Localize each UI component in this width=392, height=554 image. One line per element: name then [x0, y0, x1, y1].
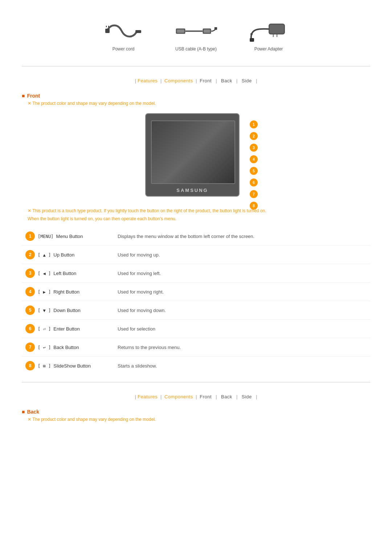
- svg-rect-5: [177, 29, 184, 33]
- btn-icon-7: [ ↩ ]: [38, 345, 51, 350]
- front-note: The product color and shape may vary dep…: [28, 101, 370, 106]
- samsung-logo: SAMSUNG: [176, 188, 208, 193]
- back-section: ■ Back The product color and shape may v…: [22, 409, 370, 422]
- btn-label-1: [MENU] Menu Button: [38, 234, 110, 239]
- nav-bar-top: | Features | Components | Front | Back |…: [22, 74, 370, 88]
- btn-desc-8: Starts a slideshow.: [110, 363, 367, 369]
- accessory-usb-cable: USB cable (A-B type): [174, 18, 218, 52]
- accessory-power-adapter: Power Adapter: [247, 18, 290, 52]
- nav-bot-components-link[interactable]: Components: [164, 394, 193, 399]
- btn-desc-3: Used for moving left.: [110, 271, 367, 276]
- back-section-heading: ■ Back: [22, 409, 370, 415]
- btn-label-8: [ ⊞ ] SlideShow Button: [38, 363, 110, 369]
- indicator-5: 5: [250, 167, 258, 175]
- svg-rect-10: [270, 25, 284, 33]
- nav-sep-4: |: [213, 78, 220, 83]
- accessory-power-cord: Power cord: [102, 18, 145, 52]
- btn-number-8: 8: [25, 361, 35, 370]
- nav-sep-5: |: [234, 78, 240, 83]
- nav-bot-sep-5: |: [234, 394, 240, 399]
- nav-sep-6: |: [253, 78, 257, 83]
- power-adapter-label: Power Adapter: [254, 46, 283, 52]
- button-row-8: 8 [ ⊞ ] SlideShow Button Starts a slides…: [22, 357, 370, 375]
- button-row-1: 1 [MENU] Menu Button Displays the menu w…: [22, 227, 370, 246]
- nav-front-plain: Front: [200, 78, 212, 83]
- btn-icon-1: [MENU]: [38, 234, 53, 239]
- samsung-screen: [151, 120, 235, 184]
- power-adapter-image: [247, 18, 290, 44]
- usb-cable-label: USB cable (A-B type): [175, 46, 217, 52]
- nav-sep-1: |: [135, 78, 136, 83]
- front-section-heading: ■ Front: [22, 93, 370, 99]
- svg-rect-0: [105, 29, 110, 33]
- btn-label-3: [ ◀ ] Left Button: [38, 271, 110, 276]
- accessories-section: Power cord USB cable (A-B type): [22, 7, 370, 59]
- samsung-frame: SAMSUNG: [145, 113, 240, 197]
- front-heading-icon: ■: [22, 93, 25, 99]
- btn-label-7: [ ↩ ] Back Button: [38, 345, 110, 350]
- nav-bot-sep-3: |: [195, 394, 199, 399]
- svg-rect-7: [204, 29, 210, 33]
- nav-bot-side-plain: Side: [242, 394, 252, 399]
- btn-desc-6: Used for selection: [110, 326, 367, 332]
- product-image: SAMSUNG 1 2 3 4 5 6 7 8: [138, 110, 254, 204]
- power-cord-label: Power cord: [113, 46, 135, 52]
- btn-icon-4: [ ▶ ]: [38, 290, 51, 295]
- nav-bar-bottom: | Features | Components | Front | Back |…: [22, 390, 370, 404]
- nav-sep-3: |: [195, 78, 199, 83]
- btn-number-1: 1: [25, 231, 35, 241]
- nav-components-link[interactable]: Components: [164, 78, 193, 83]
- btn-icon-5: [ ▼ ]: [38, 308, 51, 313]
- button-row-7: 7 [ ↩ ] Back Button Returns to the previ…: [22, 338, 370, 357]
- btn-number-7: 7: [25, 342, 35, 352]
- nav-bot-sep-4: |: [213, 394, 220, 399]
- indicator-6: 6: [250, 178, 258, 186]
- btn-number-2: 2: [25, 250, 35, 259]
- back-heading-text: Back: [27, 409, 39, 415]
- touch-note-2: When the button light is turned on, you …: [28, 216, 370, 222]
- nav-bot-features-link[interactable]: Features: [138, 394, 158, 399]
- nav-features-link[interactable]: Features: [138, 78, 158, 83]
- nav-bot-sep-1: |: [135, 394, 136, 399]
- btn-icon-3: [ ◀ ]: [38, 271, 51, 276]
- btn-icon-8: [ ⊞ ]: [38, 364, 51, 369]
- btn-desc-4: Used for moving right.: [110, 289, 367, 295]
- usb-cable-image: [174, 18, 218, 44]
- btn-label-2: [ ▲ ] Up Button: [38, 252, 110, 258]
- nav-bot-sep-6: |: [253, 394, 257, 399]
- button-row-5: 5 [ ▼ ] Down Button Used for moving down…: [22, 301, 370, 320]
- svg-rect-11: [250, 38, 254, 42]
- nav-side-plain: Side: [242, 78, 252, 83]
- btn-icon-6: [ ⏎ ]: [38, 327, 51, 332]
- indicator-3: 3: [250, 144, 258, 152]
- power-cord-image: [102, 18, 145, 44]
- btn-desc-2: Used for moving up.: [110, 252, 367, 258]
- btn-desc-5: Used for moving down.: [110, 308, 367, 313]
- button-list: 1 [MENU] Menu Button Displays the menu w…: [22, 227, 370, 375]
- nav-bot-back-plain: Back: [221, 394, 232, 399]
- btn-label-5: [ ▼ ] Down Button: [38, 308, 110, 313]
- button-row-6: 6 [ ⏎ ] Enter Button Used for selection: [22, 320, 370, 338]
- indicator-8: 8: [250, 202, 258, 210]
- btn-label-4: [ ▶ ] Right Button: [38, 289, 110, 295]
- btn-number-4: 4: [25, 287, 35, 296]
- nav-bot-front-plain: Front: [200, 394, 212, 399]
- back-note: The product color and shape may vary dep…: [28, 417, 370, 422]
- button-row-4: 4 [ ▶ ] Right Button Used for moving rig…: [22, 283, 370, 301]
- nav-sep-2: |: [159, 78, 163, 83]
- svg-rect-8: [215, 27, 217, 29]
- nav-bot-sep-2: |: [159, 394, 163, 399]
- indicator-7: 7: [250, 190, 258, 198]
- button-row-3: 3 [ ◀ ] Left Button Used for moving left…: [22, 264, 370, 283]
- svg-rect-1: [135, 30, 141, 33]
- touch-note-1: This product is a touch type product. If…: [28, 208, 370, 214]
- button-indicators: 1 2 3 4 5 6 7 8: [250, 120, 258, 210]
- indicator-4: 4: [250, 155, 258, 163]
- indicator-2: 2: [250, 132, 258, 140]
- btn-desc-1: Displays the menu window at the bottom l…: [110, 234, 367, 239]
- front-heading-text: Front: [27, 93, 40, 99]
- svg-point-12: [250, 33, 253, 35]
- btn-icon-2: [ ▲ ]: [38, 253, 51, 258]
- bottom-divider: [22, 382, 370, 382]
- button-row-2: 2 [ ▲ ] Up Button Used for moving up.: [22, 246, 370, 264]
